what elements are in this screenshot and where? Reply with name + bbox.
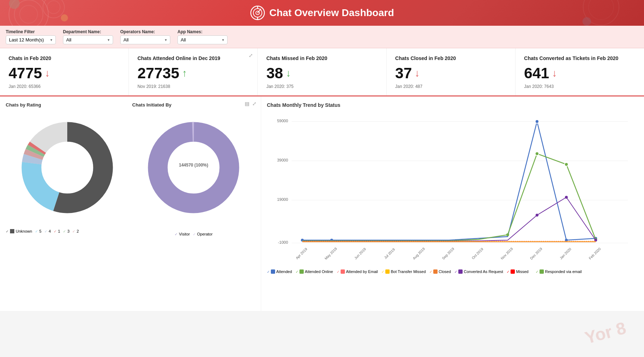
filters-bar: Timeline Filter Last 12 Month(s) Departm…	[0, 26, 644, 48]
right-chart-panel: Chats Monthly Trend by Status 59000 3900…	[261, 96, 644, 311]
kpi-arrow-attended-online: ↑	[182, 68, 187, 78]
kpi-card-chats: Chats in Feb 2020 4775 ↓ Jan 2020: 65366	[0, 48, 129, 95]
header-decoration-left	[7, 0, 72, 26]
svg-text:59000: 59000	[277, 119, 288, 123]
appnames-filter-select[interactable]: All	[177, 35, 228, 44]
legend-item-5: ✓ 5	[35, 229, 42, 233]
svg-point-3	[43, 0, 64, 18]
bar-chart-icon[interactable]: ▤	[245, 101, 249, 106]
legend-label-bot-transfer: Bot Transfer Missed	[391, 269, 426, 274]
svg-text:Jul 2019: Jul 2019	[383, 247, 396, 260]
svg-text:Jun 2019: Jun 2019	[353, 247, 367, 260]
svg-point-22	[44, 144, 91, 191]
kpi-arrow-tickets: ↓	[552, 68, 557, 78]
appnames-filter-group: App Names: All	[177, 29, 228, 44]
svg-point-53	[565, 163, 568, 166]
kpi-arrow-closed: ↓	[415, 68, 420, 78]
expand-chart-icon[interactable]: ⤢	[252, 101, 257, 106]
initiated-donut-svg: 144570 (100%)	[143, 118, 244, 218]
legend-label-visitor: Visitor	[179, 232, 190, 236]
rating-donut-container	[6, 110, 129, 225]
legend-label-3: 3	[67, 229, 69, 233]
legend-label-missed: Missed	[516, 269, 528, 274]
legend-attended-email: ✓ Attended by Email	[337, 269, 378, 274]
kpi-prev-tickets: Jan 2020: 7643	[524, 84, 635, 89]
kpi-prev-closed: Jan 2020: 487	[395, 84, 507, 89]
svg-point-48	[535, 120, 539, 123]
timeline-filter-select[interactable]: Last 12 Month(s)	[6, 35, 56, 44]
dashboard-icon	[250, 5, 265, 20]
kpi-prev-missed: Jan 2020: 375	[266, 84, 377, 89]
legend-item-2: ✓ 2	[72, 229, 79, 233]
kpi-card-attended-online: ⤢ Chats Attended Online in Dec 2019 2773…	[129, 48, 258, 95]
legend-label-4: 4	[49, 229, 51, 233]
kpi-prev-attended-online: Nov 2019: 21638	[137, 84, 249, 89]
operators-filter-select[interactable]: All	[120, 35, 170, 44]
legend-label-operator: Operator	[197, 232, 213, 236]
trend-chart-legend: ✓ Attended ✓ Attended Online ✓ Attended …	[267, 269, 638, 274]
svg-point-6	[61, 14, 68, 21]
kpi-title-closed: Chats Closed in Feb 2020	[395, 55, 507, 61]
watermark: Yor 8	[582, 318, 628, 348]
legend-label-converted: Converted As Request	[464, 269, 503, 274]
donuts-row: Chats by Rating	[6, 102, 255, 236]
legend-item-1: ✓ 1	[54, 229, 60, 233]
legend-label-attended-email: Attended by Email	[346, 269, 378, 274]
kpi-arrow-missed: ↓	[286, 68, 291, 78]
legend-item-3: ✓ 3	[63, 229, 69, 233]
legend-item-4: ✓ 4	[44, 229, 51, 233]
legend-item-visitor: ✓ Visitor	[175, 232, 190, 236]
kpi-section: Chats in Feb 2020 4775 ↓ Jan 2020: 65366…	[0, 48, 644, 96]
legend-attended: ✓ Attended	[267, 269, 292, 274]
initiated-chart-title: Chats Initiated By	[132, 102, 255, 108]
legend-label-attended: Attended	[276, 269, 292, 274]
legend-bot-transfer: ✓ Bot Transfer Missed	[381, 269, 426, 274]
kpi-card-closed: Chats Closed in Feb 2020 37 ↓ Jan 2020: …	[387, 48, 516, 95]
svg-text:Nov 2019: Nov 2019	[500, 247, 513, 260]
svg-point-13	[589, 0, 614, 20]
svg-text:144570 (100%): 144570 (100%)	[179, 163, 208, 168]
department-filter-select[interactable]: All	[63, 35, 113, 44]
header-decoration-right	[580, 0, 623, 26]
legend-label-attended-online: Attended Online	[305, 269, 333, 274]
appnames-filter-label: App Names:	[177, 29, 228, 34]
legend-label-responded-email: Responded via email	[545, 269, 582, 274]
legend-label-1: 1	[58, 229, 60, 233]
svg-point-56	[565, 196, 568, 199]
timeline-filter-label: Timeline Filter	[6, 29, 56, 34]
kpi-prev-chats: Jan 2020: 65366	[9, 84, 120, 89]
svg-text:May 2019: May 2019	[324, 247, 338, 261]
kpi-title-chats: Chats in Feb 2020	[9, 55, 120, 61]
kpi-card-tickets: Chats Converted as Tickets in Feb 2020 6…	[516, 48, 644, 95]
legend-label-5: 5	[39, 229, 42, 233]
operators-filter-label: Operators Name:	[120, 29, 170, 34]
svg-text:-1000: -1000	[278, 240, 288, 244]
legend-item-unknown: ✓ Unknown	[6, 229, 32, 233]
svg-point-4	[47, 1, 60, 14]
rating-chart-title: Chats by Rating	[6, 102, 129, 108]
legend-converted: ✓ Converted As Request	[454, 269, 503, 274]
svg-point-5	[9, 0, 20, 9]
timeline-filter-group: Timeline Filter Last 12 Month(s)	[6, 29, 56, 44]
legend-label-closed: Closed	[439, 269, 451, 274]
trend-chart-svg: 59000 39000 19000 -1000 Apr 2019 May 201…	[267, 111, 638, 265]
kpi-card-missed: Chats Missed in Feb 2020 38 ↓ Jan 2020: …	[258, 48, 386, 95]
svg-text:Oct 2019: Oct 2019	[471, 247, 484, 260]
kpi-title-missed: Chats Missed in Feb 2020	[266, 55, 377, 61]
kpi-value-chats: 4775	[9, 65, 42, 82]
kpi-value-tickets: 641	[524, 65, 549, 82]
header: Chat Overview Dashboard	[0, 0, 644, 26]
department-filter-label: Department Name:	[63, 29, 113, 34]
kpi-value-missed: 38	[266, 65, 283, 82]
expand-icon-attended[interactable]: ⤢	[249, 53, 253, 58]
svg-point-25	[170, 144, 217, 191]
svg-point-2	[20, 5, 38, 23]
svg-text:Apr 2019: Apr 2019	[295, 247, 308, 260]
chart-controls: ▤ ⤢	[245, 101, 257, 106]
legend-responded-email: ✓ Responded via email	[536, 269, 582, 274]
kpi-value-closed: 37	[395, 65, 412, 82]
legend-item-operator: ✓ Operator	[193, 232, 213, 236]
kpi-title-attended-online: Chats Attended Online in Dec 2019	[137, 55, 249, 61]
svg-point-52	[535, 152, 539, 155]
legend-label-2: 2	[77, 229, 79, 233]
